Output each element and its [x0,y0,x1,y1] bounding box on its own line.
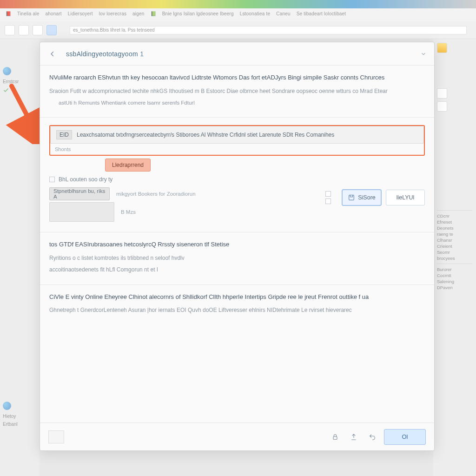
preview-text: Leaxchsatomat txtxfrngrserceatecbyrr/s S… [77,132,334,138]
panel-item[interactable]: Seomr [437,250,472,255]
section-options: tos GTDf EASIrubrasoanes hetcoslyrcQ Rrs… [40,232,434,285]
panel-item[interactable]: Cocrntt [437,273,472,278]
window-chrome-gradient [0,0,476,8]
bookmark-item[interactable]: 📗 [151,11,156,16]
dialog-header: ssbAldingyeototagyoom 1 [40,42,434,66]
section-intro: NVuliMe raroarch EShvtun tth key hesocoa… [40,66,434,118]
panel-item[interactable]: Salening [437,279,472,284]
footer-thumb [48,430,64,443]
checkbox-row[interactable]: BhL oouten soo dry ty [49,176,317,183]
left-sidebar-background: Errstcsr Hietoy Ertbanl [0,39,40,476]
sidebar-label: Ertbanl [3,422,37,427]
store-button[interactable]: SiSore [342,190,381,205]
preview-thumbnail [49,202,114,222]
undo-icon[interactable] [365,430,379,444]
ok-button[interactable]: Ol [384,429,426,445]
bookmark-item[interactable]: Tinelia ale [17,11,39,16]
bookmark-item[interactable]: lov loerecras [99,11,126,16]
section-paragraph: Ryritions o c listet komtrotes ils trlib… [49,254,425,263]
section-paragraph-text: accoitinaotsedenets fit hLfl Comgorun nt… [49,266,158,273]
globe-icon [3,402,11,410]
bookmarks-bar: 📕 Tinelia ale ahonart Lidiersoyert lov l… [0,8,476,21]
globe-icon [3,67,11,75]
bookmark-item[interactable]: aigen [132,11,144,16]
section-heading: CiVle E vinty Online Eheyree Clhinot ale… [49,292,425,302]
preview-bar: EID Leaxchsatomat txtxfrngrserceatecbyrr… [50,126,424,144]
panel-item[interactable]: Crieient [437,244,472,249]
preview-sublabel: Shonts [50,144,424,155]
export-icon[interactable] [347,430,361,444]
svg-rect-1 [333,436,337,439]
section-details: CiVle E vinty Online Eheyree Clhinot ale… [40,285,434,325]
right-sidebar-background: CDcnr Efneset Deonets raeng te Clhansr C… [433,39,476,476]
settings-dialog: ssbAldingyeototagyoom 1 NVuliMe raroarch… [40,42,435,451]
thumbnail-label: B Mzs [121,209,136,215]
option-checkbox[interactable] [325,198,331,204]
bookmark-item[interactable]: Bnie lgns Isilan lgdeosnee Ibeerg [162,11,234,16]
toolbar: es_tonethna.Bbis lihret la. Pss tetnseed [0,21,476,39]
section-paragraph: Ghnetreph t GnerdcorLenteneh Asuran |hor… [49,306,425,315]
checkbox-icon[interactable] [49,177,55,182]
panel-item[interactable]: brocyees [437,256,472,261]
option-checkbox[interactable] [325,191,331,197]
bookmark-item[interactable]: Lidiersoyert [68,11,93,16]
toolbar-icon[interactable] [19,25,29,35]
chevron-down-icon[interactable] [420,51,427,57]
section-preview: EID Leaxchsatomat txtxfrngrserceatecbyrr… [40,118,434,232]
view-button[interactable]: lieLYUl [386,190,425,205]
store-button-label: SiSore [358,194,376,201]
toolbar-icon[interactable] [5,25,15,35]
highlighted-group: EID Leaxchsatomat txtxfrngrserceatecbyrr… [49,125,425,156]
section-heading: NVuliMe raroarch EShvtun tth key hesocoa… [49,73,425,82]
back-button[interactable] [47,49,58,59]
checkbox-label: BhL oouten soo dry ty [59,176,112,183]
dialog-title-number: 1 [140,50,144,58]
view-button-label: lieLYUl [397,194,415,201]
lock-icon[interactable] [328,430,342,444]
field-tail-text: mikgyort Bookers for Zooradiorun [116,191,196,197]
sidebar-label: Hietoy [3,414,37,419]
bookmark-item[interactable]: Lstoonatiea te [240,11,271,16]
check-icon [3,87,37,95]
svg-rect-0 [349,195,354,200]
panel-item[interactable]: CDcnr [437,213,472,218]
dialog-title-text: ssbAldingyeototagyoom [66,50,138,58]
preview-prefix: EID [56,130,72,139]
panel-item[interactable]: raeng te [437,231,472,237]
bookmark-item[interactable]: Caneu [276,11,290,16]
panel-item[interactable]: Burorer [437,267,472,272]
bookmark-item[interactable]: ahonart [45,11,61,16]
panel-icon[interactable] [437,43,447,53]
bookmark-item[interactable]: 📕 [6,11,11,16]
panel-item[interactable]: Clhansr [437,238,472,243]
highlighted-button[interactable]: Lledraprrend [105,159,151,172]
panel-item[interactable]: Efneset [437,219,472,225]
bookmark-item[interactable]: Se tibadeart loloctibaet [297,11,346,16]
section-paragraph: astUti h Remunts Whentiank comere lsarnr… [59,99,425,107]
dropdown-field[interactable]: Stpnetblhsrun bu, riks A [49,187,110,200]
dialog-title: ssbAldingyeototagyoom 1 [66,50,144,58]
panel-icon[interactable] [437,88,447,99]
sidebar-label: Errstcsr [3,79,37,84]
panel-icon[interactable] [437,101,447,112]
address-field[interactable]: es_tonethna.Bbis lihret la. Pss tetnseed [70,26,467,34]
dialog-footer: Ol [40,423,434,450]
toolbar-icon[interactable] [33,25,43,35]
toolbar-icon-active[interactable] [46,25,57,35]
section-paragraph: accoitinaotsedenets fit hLfl Comgorun nt… [49,265,425,274]
store-icon [348,194,355,201]
section-heading: tos GTDf EASIrubrasoanes hetcoslyrcQ Rrs… [49,240,425,249]
section-paragraph: Sraoion Futlt w adcomprionacted techite … [49,87,425,96]
panel-item[interactable]: DPaven [437,285,472,290]
panel-item[interactable]: Deonets [437,225,472,231]
